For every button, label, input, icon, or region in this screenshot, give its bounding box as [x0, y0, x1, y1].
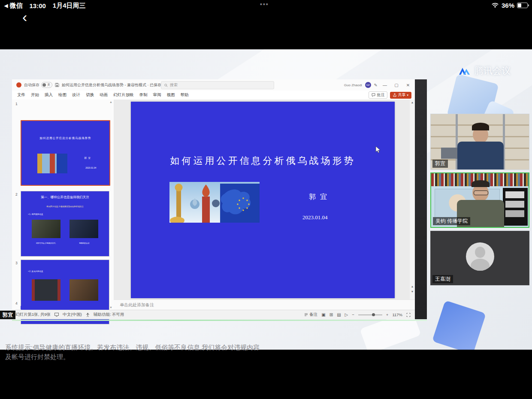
person-hair — [472, 180, 490, 187]
slide-sorter-button[interactable]: ⊞ — [329, 312, 333, 317]
participant-name: 王嘉澍 — [432, 275, 453, 283]
thumb2-subtitle: 俄乌双方信息,引领战事形势走向的必须关注 — [21, 206, 109, 208]
slide-author: 郭 宜 — [309, 193, 328, 202]
battery-percent: 36% — [502, 2, 514, 9]
language-status[interactable]: 中文(中国) — [63, 312, 82, 317]
glasses — [474, 190, 488, 195]
slide-thumbnail-4-partial[interactable] — [21, 306, 109, 309]
caret-down-icon: ▾ — [407, 94, 408, 97]
scroll-down-icon[interactable]: ▼ — [109, 306, 113, 309]
pen-icon[interactable]: ✎ — [374, 83, 378, 88]
current-slide[interactable]: 如何运用公开信息分析俄乌战场形势 — [131, 102, 395, 298]
tab-insert[interactable]: 插入 — [45, 92, 53, 98]
avatar-shoulders — [471, 259, 490, 271]
share-label: 共享 — [398, 92, 405, 98]
minimize-button[interactable]: — — [381, 83, 389, 88]
slide-title: 如何运用公开信息分析俄乌战场形势 — [131, 154, 395, 167]
fit-to-window-icon[interactable] — [406, 313, 411, 317]
powerpoint-app-icon — [16, 82, 21, 88]
notes-placeholder: 单击此处添加备注 — [120, 302, 154, 307]
notes-toggle-button[interactable]: 备注 — [304, 312, 317, 317]
tencent-meeting-logo-icon — [458, 66, 471, 76]
thumb1-author: 郭 宜 — [84, 157, 91, 160]
thumb-number: 3 — [15, 261, 18, 265]
zoom-slider[interactable] — [358, 314, 382, 315]
slide-thumbnail-1[interactable]: 如何运用公开信息分析俄乌战场形势 郭 宜 2023.01.04 — [21, 120, 110, 186]
thumb2-title: 第一、哪些公开信息值得我们关注 — [21, 195, 109, 200]
participant-video-3[interactable]: 王嘉澍 — [430, 231, 529, 285]
thumb-number: 4 — [15, 301, 18, 305]
thumb2-bullet: • 1. 俄罗斯的信息 — [28, 213, 43, 215]
participant-video-1[interactable]: 郭宜 — [430, 114, 529, 170]
photo-panel — [503, 188, 528, 226]
share-button[interactable]: 共享 ▾ — [390, 92, 411, 99]
screen-share-border — [12, 320, 427, 321]
desktop-edge-strip — [415, 79, 427, 319]
document-title[interactable]: 如何运用公开信息分析俄乌战场形势 - 兼容性模式 · 已保存到此电脑 — [62, 82, 173, 88]
slideshow-button[interactable]: ▷ — [345, 312, 348, 317]
zoom-in-button[interactable]: + — [386, 312, 389, 317]
scroll-up-icon[interactable]: ▲ — [410, 101, 415, 104]
accessibility-icon — [86, 313, 90, 317]
slide-date: 2023.01.04 — [302, 214, 328, 221]
notes-pane[interactable]: 单击此处添加备注 — [114, 299, 415, 310]
search-icon — [164, 84, 168, 87]
slide-thumbnail-panel: 1 如何运用公开信息分析俄乌战场形势 郭 宜 2023.01.04 2 第一、哪… — [12, 100, 114, 310]
slide-scrollbar[interactable]: ▲ ▲ ▼ — [410, 100, 415, 299]
thumb3-bullet: • 2. 美乌方的信息 — [28, 270, 43, 272]
reading-view-button[interactable]: ▤ — [337, 312, 341, 317]
scroll-up-icon[interactable]: ▲ — [109, 100, 113, 103]
date: 1月4日周三 — [53, 2, 86, 10]
display-icon — [54, 313, 59, 317]
zoom-out-button[interactable]: − — [352, 312, 354, 317]
tab-view[interactable]: 视图 — [167, 92, 175, 98]
slide-image — [169, 182, 260, 223]
thumb1-image — [37, 154, 67, 173]
tab-transitions[interactable]: 切换 — [86, 92, 94, 98]
mouse-cursor-icon — [375, 146, 381, 153]
next-slide-icon[interactable]: ▼ — [410, 290, 415, 293]
return-to-app[interactable]: ◀ 微信 — [4, 2, 22, 10]
back-app-label: 微信 — [9, 2, 22, 10]
thumb1-date: 2023.01.04 — [85, 166, 96, 169]
tab-file[interactable]: 文件 — [17, 92, 25, 98]
tab-slideshow[interactable]: 幻灯片放映 — [113, 92, 134, 98]
participant-name: 郭宜 — [432, 160, 448, 168]
multitask-dots-icon[interactable]: ••• — [260, 1, 269, 8]
back-button[interactable]: ‹ — [22, 9, 27, 24]
tab-animations[interactable]: 动画 — [100, 92, 108, 98]
accessibility-status[interactable]: 辅助功能: 不可用 — [94, 312, 124, 317]
back-triangle-icon: ◀ — [4, 3, 8, 9]
tab-review[interactable]: 审阅 — [153, 92, 161, 98]
thumb3-photo-right — [70, 279, 99, 301]
tab-help[interactable]: 帮助 — [181, 92, 189, 98]
thumb-number: 1 — [15, 102, 18, 106]
search-input[interactable]: 搜索 — [161, 81, 274, 89]
tab-home[interactable]: 开始 — [31, 92, 39, 98]
slide-thumbnail-2[interactable]: 第一、哪些公开信息值得我们关注 俄乌双方信息,引领战事形势走向的必须关注 • 1… — [21, 191, 109, 257]
participant-name: 吴钧 传播学院 — [433, 217, 470, 225]
ppt-status-bar: 幻灯片第1张, 共9张 中文(中国) 辅助功能: 不可用 备注 ▣ — [12, 310, 415, 319]
restore-button[interactable]: ▢ — [392, 83, 401, 88]
tab-design[interactable]: 设计 — [72, 92, 80, 98]
thumb1-title: 如何运用公开信息分析俄乌战场形势 — [21, 136, 109, 140]
autosave-toggle[interactable]: 关 — [41, 82, 52, 88]
previous-slide-icon[interactable]: ▲ — [410, 285, 415, 288]
thumbnail-scrollbar[interactable]: ▲ ▼ — [109, 100, 113, 309]
thumb3-photo-left — [32, 279, 61, 301]
slide-counter: 幻灯片第1张, 共9张 — [15, 312, 51, 317]
account-name[interactable]: Guo Zhaodi — [344, 83, 362, 87]
zoom-slider-knob[interactable] — [372, 313, 375, 316]
save-icon[interactable] — [55, 83, 59, 87]
participant-video-2-active[interactable]: 吴钧 传播学院 — [430, 172, 529, 228]
tencent-meeting-brand: 腾讯会议 — [458, 65, 511, 77]
tab-record[interactable]: 录制 — [139, 92, 148, 98]
tab-draw[interactable]: 绘图 — [58, 92, 66, 98]
normal-view-button[interactable]: ▣ — [321, 312, 325, 317]
zoom-level[interactable]: 117% — [392, 312, 402, 317]
slide-editing-area: 如何运用公开信息分析俄乌战场形势 — [114, 100, 410, 299]
close-button[interactable]: ✕ — [404, 83, 412, 88]
account-avatar[interactable]: GZ — [365, 82, 371, 88]
photo — [505, 201, 524, 208]
comments-button[interactable]: 批注 — [369, 91, 387, 99]
